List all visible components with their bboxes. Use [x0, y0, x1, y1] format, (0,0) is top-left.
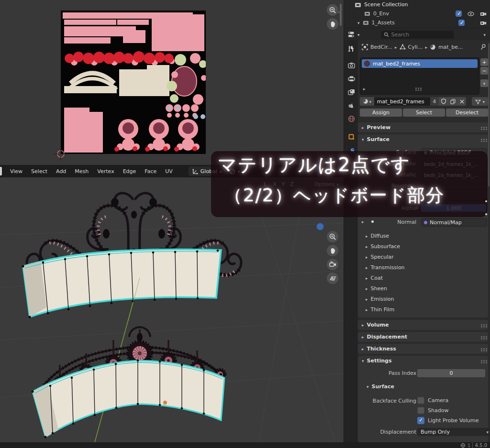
viewport-ortho-grid-icon[interactable]	[327, 273, 338, 284]
panel-grip-icon[interactable]	[481, 348, 482, 350]
material-slot-selected[interactable]: mat_bed2_frames	[362, 59, 478, 68]
filter-dropdown-icon[interactable]	[483, 32, 486, 38]
panel-grip-icon[interactable]	[481, 139, 482, 140]
select-button[interactable]: Select	[403, 109, 445, 117]
menu-mesh[interactable]: Mesh	[70, 168, 93, 175]
unlink-datablock-button[interactable]	[457, 97, 466, 106]
viewport-zoom-icon[interactable]	[327, 231, 338, 242]
assign-row: Assign Select Deselect	[360, 109, 488, 117]
tab-render[interactable]	[344, 58, 358, 72]
menu-face[interactable]: Face	[140, 168, 161, 175]
props-scrollbar[interactable]	[488, 43, 490, 186]
menu-select[interactable]: Select	[27, 168, 52, 175]
3d-viewport[interactable]: 1 X Y Z Options	[0, 177, 344, 442]
node-tree-dropdown[interactable]	[472, 97, 488, 106]
subpanel-coat[interactable]: Coat	[358, 273, 488, 283]
backface-light-probe-option[interactable]: Light Probe Volume	[417, 417, 479, 424]
material-browse-button[interactable]	[360, 97, 374, 106]
panel-grip-icon[interactable]	[481, 360, 482, 361]
axis-gizmo-z-ball[interactable]	[316, 223, 324, 230]
duplicate-datablock-button[interactable]	[448, 97, 458, 106]
add-slot-button[interactable]: +	[480, 58, 488, 66]
menu-uv[interactable]: UV	[161, 168, 177, 175]
viewport-camera-icon[interactable]	[327, 259, 338, 270]
surface-panel-header[interactable]: Surface	[358, 134, 488, 144]
breadcrumb-material[interactable]: mat_be...	[438, 44, 463, 50]
tab-object[interactable]	[344, 130, 358, 143]
panel-grip-icon[interactable]	[481, 324, 482, 326]
menu-view[interactable]: View	[6, 168, 27, 175]
version-label: 4.5.0	[472, 443, 487, 448]
displacement-panel[interactable]: Displacement	[358, 332, 488, 342]
scene-count-badge: 1	[468, 444, 470, 448]
pass-index-field[interactable]: 0	[417, 369, 485, 377]
backface-shadow-option[interactable]: Shadow	[417, 407, 448, 414]
breadcrumb-mesh[interactable]: Cyli...	[408, 44, 423, 50]
outliner-row-scene-collection[interactable]: Scene Collection	[344, 0, 490, 9]
uv-zoom-icon[interactable]	[327, 4, 338, 16]
render-camera-icon[interactable]	[480, 20, 487, 25]
slot-list-grip-icon[interactable]	[415, 87, 417, 89]
uv-editor-viewport[interactable]: ‹	[0, 0, 344, 165]
subpanel-specular[interactable]: Specular	[358, 251, 488, 262]
editor-type-icon[interactable]	[0, 167, 2, 175]
subpanel-sheen[interactable]: Sheen	[358, 283, 488, 294]
tab-view-layer[interactable]	[344, 85, 358, 98]
tab-world[interactable]	[344, 112, 358, 125]
breadcrumb-object[interactable]: BedCir...	[370, 44, 392, 50]
subpanel-emission[interactable]: Emission	[358, 294, 488, 304]
assign-button[interactable]: Assign	[360, 109, 402, 117]
collection-checkbox[interactable]	[456, 11, 462, 17]
menu-add[interactable]: Add	[52, 168, 70, 175]
collection-icon	[355, 2, 361, 8]
subpanel-subsurface[interactable]: Subsurface	[358, 241, 488, 251]
panel-grip-icon[interactable]	[481, 336, 482, 338]
hide-eye-icon[interactable]	[468, 11, 474, 16]
slot-specials-button[interactable]	[480, 79, 488, 87]
render-camera-icon[interactable]	[480, 11, 487, 16]
material-slot-list: mat_bed2_frames	[360, 57, 479, 95]
tab-output[interactable]	[344, 72, 358, 85]
outliner-row-1-assets[interactable]: 1_Assets	[344, 18, 490, 27]
material-name-field[interactable]: mat_bed2_frames	[374, 98, 430, 106]
subpanel-diffuse[interactable]: Diffuse	[358, 230, 488, 241]
pin-icon[interactable]	[480, 44, 486, 50]
menu-edge[interactable]: Edge	[119, 168, 141, 175]
volume-panel[interactable]: Volume	[358, 320, 488, 330]
preview-panel[interactable]: Preview	[358, 122, 488, 132]
normal-map-widget[interactable]: Normal/Map	[421, 218, 487, 227]
chevron-down-icon	[486, 429, 489, 435]
backface-camera-option[interactable]: Camera	[417, 397, 448, 404]
breadcrumb-separator	[395, 44, 397, 50]
uv-scrollbar[interactable]	[340, 4, 342, 26]
thickness-panel[interactable]: Thickness	[358, 344, 488, 354]
users-count-button[interactable]: 4	[430, 97, 439, 106]
settings-surface-subheader[interactable]: Surface	[367, 383, 394, 390]
menu-vertex[interactable]: Vertex	[93, 168, 118, 175]
displacement-method-dropdown[interactable]: Bump Only	[417, 428, 490, 436]
slot-list-expand-icon[interactable]	[363, 86, 366, 92]
decorator-dot[interactable]	[485, 213, 487, 215]
remove-slot-button[interactable]: −	[480, 67, 488, 75]
properties-editor-icon[interactable]	[348, 31, 356, 38]
outliner-row-0-env[interactable]: 0_Env	[344, 9, 490, 18]
tab-scene[interactable]	[344, 98, 358, 112]
camera-checkbox[interactable]	[417, 397, 424, 404]
decorator-dot[interactable]	[485, 200, 487, 202]
vector-node-socket	[424, 221, 427, 224]
collection-checkbox[interactable]	[458, 20, 465, 26]
fake-user-shield-button[interactable]	[439, 97, 448, 106]
deselect-button[interactable]: Deselect	[446, 109, 488, 117]
viewport-pan-icon[interactable]	[327, 245, 338, 256]
tab-tool[interactable]	[344, 42, 358, 55]
properties-search[interactable]: Search	[381, 31, 454, 39]
panel-grip-icon[interactable]	[481, 127, 482, 128]
shadow-checkbox[interactable]	[417, 407, 424, 414]
expand-icon[interactable]	[357, 20, 360, 26]
light-probe-checkbox[interactable]	[417, 417, 424, 424]
uv-pan-icon[interactable]	[327, 18, 338, 30]
settings-panel-header[interactable]: Settings	[358, 356, 488, 365]
subpanel-thin-film[interactable]: Thin Film	[358, 304, 488, 315]
chevron-down-icon[interactable]	[357, 32, 360, 38]
subpanel-transmission[interactable]: Transmission	[358, 262, 488, 273]
